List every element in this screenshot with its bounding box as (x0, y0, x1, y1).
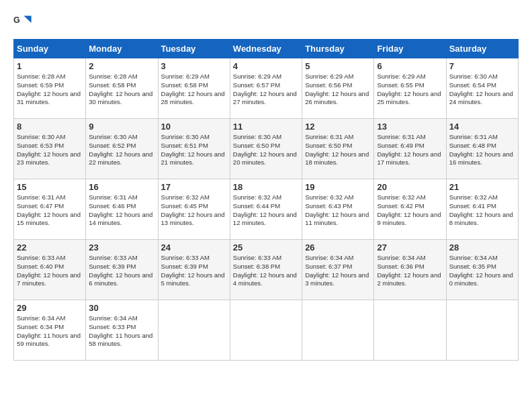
day-number: 13 (377, 122, 443, 132)
cell-info: Sunrise: 6:33 AM Sunset: 6:39 PM Dayligh… (89, 254, 154, 288)
calendar-cell: 2 Sunrise: 6:28 AM Sunset: 6:58 PM Dayli… (86, 58, 158, 119)
day-number: 24 (161, 242, 227, 253)
calendar-cell: 18 Sunrise: 6:32 AM Sunset: 6:44 PM Dayl… (230, 179, 302, 240)
calendar-cell: 26 Sunrise: 6:34 AM Sunset: 6:37 PM Dayl… (302, 240, 374, 300)
calendar-cell: 30 Sunrise: 6:34 AM Sunset: 6:33 PM Dayl… (86, 300, 158, 361)
day-number: 23 (89, 242, 154, 253)
calendar-week-5: 29 Sunrise: 6:34 AM Sunset: 6:34 PM Dayl… (14, 300, 519, 361)
day-number: 28 (449, 242, 515, 253)
cell-info: Sunrise: 6:29 AM Sunset: 6:56 PM Dayligh… (305, 73, 371, 107)
cell-info: Sunrise: 6:31 AM Sunset: 6:48 PM Dayligh… (449, 133, 515, 167)
calendar-cell: 1 Sunrise: 6:28 AM Sunset: 6:59 PM Dayli… (14, 58, 86, 119)
cell-info: Sunrise: 6:30 AM Sunset: 6:54 PM Dayligh… (449, 73, 515, 107)
cell-info: Sunrise: 6:30 AM Sunset: 6:52 PM Dayligh… (89, 133, 154, 167)
calendar-cell: 21 Sunrise: 6:32 AM Sunset: 6:41 PM Dayl… (446, 179, 518, 240)
day-number: 16 (89, 182, 154, 192)
day-number: 30 (89, 303, 154, 313)
cell-info: Sunrise: 6:34 AM Sunset: 6:33 PM Dayligh… (89, 314, 154, 349)
day-number: 29 (17, 303, 83, 313)
calendar-cell (158, 300, 230, 361)
day-number: 11 (233, 122, 299, 132)
calendar-cell: 29 Sunrise: 6:34 AM Sunset: 6:34 PM Dayl… (14, 300, 86, 361)
cell-info: Sunrise: 6:29 AM Sunset: 6:57 PM Dayligh… (233, 73, 299, 107)
calendar-week-2: 8 Sunrise: 6:30 AM Sunset: 6:53 PM Dayli… (14, 119, 519, 179)
day-number: 5 (305, 61, 371, 71)
day-number: 26 (305, 242, 371, 253)
day-number: 15 (17, 182, 83, 192)
cell-info: Sunrise: 6:31 AM Sunset: 6:46 PM Dayligh… (89, 193, 154, 228)
day-number: 20 (377, 182, 443, 192)
svg-marker-1 (24, 16, 31, 24)
calendar-cell: 10 Sunrise: 6:30 AM Sunset: 6:51 PM Dayl… (158, 119, 230, 179)
calendar-cell: 15 Sunrise: 6:31 AM Sunset: 6:47 PM Dayl… (14, 179, 86, 240)
col-friday: Friday (374, 40, 446, 58)
page-header: G (13, 13, 519, 32)
logo-icon: G (13, 13, 32, 32)
calendar-table: Sunday Monday Tuesday Wednesday Thursday… (13, 39, 519, 361)
cell-info: Sunrise: 6:33 AM Sunset: 6:39 PM Dayligh… (161, 254, 227, 288)
day-number: 12 (305, 122, 371, 132)
col-monday: Monday (86, 40, 158, 58)
svg-text:G: G (13, 15, 20, 25)
cell-info: Sunrise: 6:32 AM Sunset: 6:42 PM Dayligh… (377, 193, 443, 228)
calendar-week-4: 22 Sunrise: 6:33 AM Sunset: 6:40 PM Dayl… (14, 240, 519, 300)
calendar-cell: 25 Sunrise: 6:33 AM Sunset: 6:38 PM Dayl… (230, 240, 302, 300)
cell-info: Sunrise: 6:34 AM Sunset: 6:37 PM Dayligh… (305, 254, 371, 288)
cell-info: Sunrise: 6:31 AM Sunset: 6:47 PM Dayligh… (17, 193, 83, 228)
day-number: 3 (161, 61, 227, 71)
calendar-cell: 7 Sunrise: 6:30 AM Sunset: 6:54 PM Dayli… (446, 58, 518, 119)
calendar-cell: 27 Sunrise: 6:34 AM Sunset: 6:36 PM Dayl… (374, 240, 446, 300)
calendar-week-1: 1 Sunrise: 6:28 AM Sunset: 6:59 PM Dayli… (14, 58, 519, 119)
day-number: 27 (377, 242, 443, 253)
cell-info: Sunrise: 6:33 AM Sunset: 6:40 PM Dayligh… (17, 254, 83, 288)
cell-info: Sunrise: 6:30 AM Sunset: 6:51 PM Dayligh… (161, 133, 227, 167)
cell-info: Sunrise: 6:30 AM Sunset: 6:53 PM Dayligh… (17, 133, 83, 167)
cell-info: Sunrise: 6:28 AM Sunset: 6:59 PM Dayligh… (17, 73, 83, 107)
calendar-cell: 11 Sunrise: 6:30 AM Sunset: 6:50 PM Dayl… (230, 119, 302, 179)
calendar-cell: 6 Sunrise: 6:29 AM Sunset: 6:55 PM Dayli… (374, 58, 446, 119)
cell-info: Sunrise: 6:34 AM Sunset: 6:36 PM Dayligh… (377, 254, 443, 288)
calendar-cell (302, 300, 374, 361)
calendar-cell: 19 Sunrise: 6:32 AM Sunset: 6:43 PM Dayl… (302, 179, 374, 240)
cell-info: Sunrise: 6:31 AM Sunset: 6:49 PM Dayligh… (377, 133, 443, 167)
cell-info: Sunrise: 6:29 AM Sunset: 6:58 PM Dayligh… (161, 73, 227, 107)
calendar-week-3: 15 Sunrise: 6:31 AM Sunset: 6:47 PM Dayl… (14, 179, 519, 240)
col-sunday: Sunday (14, 40, 86, 58)
cell-info: Sunrise: 6:34 AM Sunset: 6:34 PM Dayligh… (17, 314, 83, 349)
cell-info: Sunrise: 6:29 AM Sunset: 6:55 PM Dayligh… (377, 73, 443, 107)
col-tuesday: Tuesday (158, 40, 230, 58)
col-thursday: Thursday (302, 40, 374, 58)
calendar-cell: 4 Sunrise: 6:29 AM Sunset: 6:57 PM Dayli… (230, 58, 302, 119)
day-number: 8 (17, 122, 83, 132)
calendar-cell: 22 Sunrise: 6:33 AM Sunset: 6:40 PM Dayl… (14, 240, 86, 300)
cell-info: Sunrise: 6:33 AM Sunset: 6:38 PM Dayligh… (233, 254, 299, 288)
day-number: 25 (233, 242, 299, 253)
col-wednesday: Wednesday (230, 40, 302, 58)
calendar-cell: 3 Sunrise: 6:29 AM Sunset: 6:58 PM Dayli… (158, 58, 230, 119)
calendar-cell: 17 Sunrise: 6:32 AM Sunset: 6:45 PM Dayl… (158, 179, 230, 240)
calendar-cell: 9 Sunrise: 6:30 AM Sunset: 6:52 PM Dayli… (86, 119, 158, 179)
day-number: 6 (377, 61, 443, 71)
cell-info: Sunrise: 6:32 AM Sunset: 6:44 PM Dayligh… (233, 193, 299, 228)
calendar-cell: 16 Sunrise: 6:31 AM Sunset: 6:46 PM Dayl… (86, 179, 158, 240)
cell-info: Sunrise: 6:34 AM Sunset: 6:35 PM Dayligh… (449, 254, 515, 288)
header-row: Sunday Monday Tuesday Wednesday Thursday… (14, 40, 519, 58)
cell-info: Sunrise: 6:32 AM Sunset: 6:41 PM Dayligh… (449, 193, 515, 228)
calendar-cell: 8 Sunrise: 6:30 AM Sunset: 6:53 PM Dayli… (14, 119, 86, 179)
day-number: 9 (89, 122, 154, 132)
calendar-cell (374, 300, 446, 361)
day-number: 21 (449, 182, 515, 192)
col-saturday: Saturday (446, 40, 518, 58)
day-number: 7 (449, 61, 515, 71)
cell-info: Sunrise: 6:31 AM Sunset: 6:50 PM Dayligh… (305, 133, 371, 167)
calendar-cell: 23 Sunrise: 6:33 AM Sunset: 6:39 PM Dayl… (86, 240, 158, 300)
cell-info: Sunrise: 6:32 AM Sunset: 6:43 PM Dayligh… (305, 193, 371, 228)
calendar-cell: 5 Sunrise: 6:29 AM Sunset: 6:56 PM Dayli… (302, 58, 374, 119)
calendar-cell: 12 Sunrise: 6:31 AM Sunset: 6:50 PM Dayl… (302, 119, 374, 179)
day-number: 4 (233, 61, 299, 71)
calendar-cell (230, 300, 302, 361)
day-number: 14 (449, 122, 515, 132)
day-number: 17 (161, 182, 227, 192)
calendar-cell: 28 Sunrise: 6:34 AM Sunset: 6:35 PM Dayl… (446, 240, 518, 300)
logo: G (13, 13, 35, 32)
